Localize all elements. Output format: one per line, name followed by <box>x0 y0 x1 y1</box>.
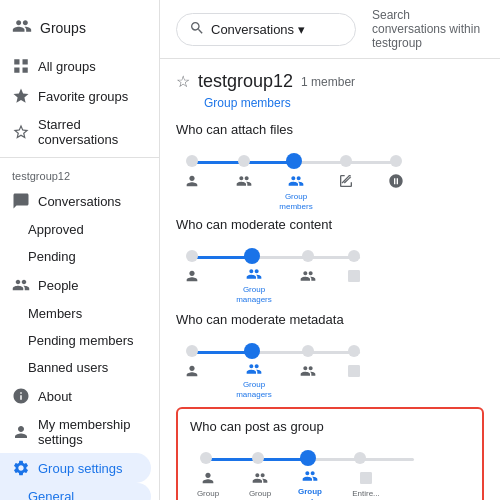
moderate-metadata-title: Who can moderate metadata <box>176 312 484 327</box>
post-dot-1[interactable] <box>252 452 264 464</box>
attach-label-group-members: Group members <box>278 192 314 211</box>
sidebar-item-general[interactable]: General <box>0 483 151 500</box>
post-label-0: Group owners <box>190 470 226 500</box>
sidebar-item-favorite-groups[interactable]: Favorite groups <box>0 81 151 111</box>
post-label-3: Entire... <box>346 470 386 499</box>
member-count: 1 member <box>301 75 355 89</box>
group-star-icon[interactable]: ☆ <box>176 72 190 91</box>
conversations-label: Conversations <box>38 194 121 209</box>
mod-meta-label-0 <box>178 363 206 381</box>
slider-dot-4[interactable] <box>390 155 402 167</box>
mod-meta-dot-2[interactable] <box>302 345 314 357</box>
members-label: Members <box>28 306 82 321</box>
mod-content-label-0 <box>178 268 206 286</box>
post-label-1: Group managers <box>242 470 278 500</box>
slider-dot-2-selected[interactable] <box>286 153 302 169</box>
sidebar-header: Groups <box>0 8 159 51</box>
sidebar-item-starred-conversations[interactable]: Starred conversations <box>0 111 151 153</box>
sidebar-item-banned-users[interactable]: Banned users <box>0 354 151 381</box>
grid-icon <box>12 57 30 75</box>
post-dot-2-selected[interactable] <box>300 450 316 466</box>
post-group-owners-label: Group owners <box>190 489 226 500</box>
top-bar: Conversations ▾ Search conversations wit… <box>160 0 500 59</box>
sidebar-item-pending[interactable]: Pending <box>0 243 151 270</box>
sidebar-item-pending-members[interactable]: Pending members <box>0 327 151 354</box>
general-label: General <box>28 489 74 500</box>
group-settings-label: Group settings <box>38 461 123 476</box>
sidebar-item-membership-settings[interactable]: My membership settings <box>0 411 151 453</box>
slider-label-0 <box>178 173 206 191</box>
mod-content-label-1-selected: Group managers <box>236 266 272 304</box>
moderate-content-section: Who can moderate content Group managers <box>176 217 484 296</box>
mod-content-managers-label: Group managers <box>236 285 272 304</box>
sidebar-item-conversations[interactable]: Conversations <box>0 186 151 216</box>
mod-content-dot-0[interactable] <box>186 250 198 262</box>
main-content: Conversations ▾ Search conversations wit… <box>160 0 500 500</box>
membership-settings-label: My membership settings <box>38 417 139 447</box>
mod-meta-label-2 <box>294 363 322 381</box>
mod-content-label-3 <box>340 268 368 286</box>
chat-icon <box>12 192 30 210</box>
star-icon <box>12 87 30 105</box>
post-group-members-label: Group members <box>292 487 328 500</box>
conversations-dropdown-label: Conversations <box>211 22 294 37</box>
gear-icon <box>12 459 30 477</box>
attach-files-title: Who can attach files <box>176 122 484 137</box>
mod-meta-dot-1-selected[interactable] <box>244 343 260 359</box>
starred-conversations-label: Starred conversations <box>38 117 139 147</box>
sidebar-title: Groups <box>40 20 86 36</box>
mod-meta-dot-0[interactable] <box>186 345 198 357</box>
favorite-groups-label: Favorite groups <box>38 89 128 104</box>
group-title: testgroup12 <box>198 71 293 92</box>
mod-meta-label-3 <box>340 363 368 381</box>
slider-label-4 <box>382 173 410 191</box>
dropdown-arrow: ▾ <box>298 22 305 37</box>
mod-content-dot-2[interactable] <box>302 250 314 262</box>
group-title-row: ☆ testgroup12 1 member <box>176 71 484 92</box>
moderate-content-title: Who can moderate content <box>176 217 484 232</box>
search-box[interactable]: Conversations ▾ <box>176 13 356 46</box>
post-as-group-title: Who can post as group <box>190 419 470 434</box>
moderate-metadata-section: Who can moderate metadata Group managers <box>176 312 484 391</box>
post-group-managers-label: Group managers <box>242 489 278 500</box>
sidebar: Groups All groups Favorite groups Starre… <box>0 0 160 500</box>
slider-label-3 <box>332 173 360 191</box>
person-icon <box>12 423 30 441</box>
post-as-group-section: Who can post as group Group owners Group… <box>176 407 484 500</box>
content-area: ☆ testgroup12 1 member Group members Who… <box>160 59 500 500</box>
post-dot-0[interactable] <box>200 452 212 464</box>
mod-meta-managers-label: Group managers <box>236 380 272 399</box>
info-icon <box>12 387 30 405</box>
sidebar-item-people[interactable]: People <box>0 270 151 300</box>
post-entire-label: Entire... <box>346 489 386 499</box>
slider-dot-1[interactable] <box>238 155 250 167</box>
attach-files-section: Who can attach files Gro <box>176 122 484 201</box>
groups-icon <box>12 16 32 39</box>
sidebar-item-members[interactable]: Members <box>0 300 151 327</box>
conversations-dropdown[interactable]: Conversations ▾ <box>211 22 305 37</box>
pending-label: Pending <box>28 249 76 264</box>
sidebar-item-all-groups[interactable]: All groups <box>0 51 151 81</box>
mod-meta-dot-3[interactable] <box>348 345 360 357</box>
all-groups-label: All groups <box>38 59 96 74</box>
approved-label: Approved <box>28 222 84 237</box>
sidebar-item-group-settings[interactable]: Group settings <box>0 453 151 483</box>
mod-content-dot-1-selected[interactable] <box>244 248 260 264</box>
star-outline-icon <box>12 123 30 141</box>
testgroup12-section-label: testgroup12 <box>0 162 159 186</box>
post-label-2-selected: Group members <box>292 468 328 500</box>
people-label: People <box>38 278 78 293</box>
slider-dot-0[interactable] <box>186 155 198 167</box>
sidebar-divider <box>0 157 159 158</box>
mod-meta-label-1-selected: Group managers <box>236 361 272 399</box>
people-icon <box>12 276 30 294</box>
sidebar-item-about[interactable]: About <box>0 381 151 411</box>
mod-content-dot-3[interactable] <box>348 250 360 262</box>
group-members-link[interactable]: Group members <box>204 96 484 110</box>
slider-label-2-selected: Group members <box>278 173 314 211</box>
pending-members-label: Pending members <box>28 333 134 348</box>
search-right-text: Search conversations within testgroup <box>364 8 484 50</box>
post-dot-3[interactable] <box>354 452 366 464</box>
sidebar-item-approved[interactable]: Approved <box>0 216 151 243</box>
slider-dot-3[interactable] <box>340 155 352 167</box>
